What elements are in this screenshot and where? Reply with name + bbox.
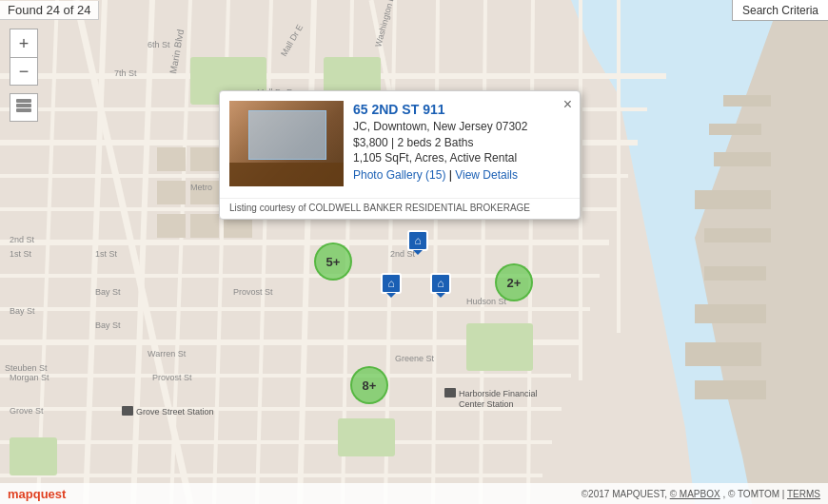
svg-rect-39	[714, 152, 771, 166]
copyright-tomtom: , © TOMTOM |	[722, 489, 787, 499]
svg-rect-84	[16, 99, 31, 103]
popup-content: 65 2ND ST 911 JC, Downtown, New Jersey 0…	[220, 91, 580, 196]
house-icon-2: ⌂	[387, 277, 394, 290]
svg-text:Steuben St: Steuben St	[5, 363, 48, 373]
layers-icon	[15, 99, 32, 116]
svg-text:Bay St: Bay St	[10, 306, 35, 316]
svg-rect-43	[695, 304, 766, 323]
svg-rect-47	[190, 147, 219, 171]
house-marker-3[interactable]: ⌂	[430, 273, 451, 294]
svg-text:6th St: 6th St	[148, 40, 170, 49]
svg-text:Provost St: Provost St	[233, 287, 273, 297]
svg-text:Bay St: Bay St	[95, 287, 121, 297]
house-icon-3: ⌂	[437, 277, 444, 290]
cluster-marker-2[interactable]: 2+	[495, 263, 533, 301]
cluster-marker-3[interactable]: 8+	[350, 366, 388, 404]
svg-rect-37	[695, 190, 771, 209]
popup-price: $3,800 | 2 beds 2 Baths	[353, 136, 570, 149]
terms-link[interactable]: TERMS	[787, 489, 820, 499]
cluster-marker-1[interactable]: 5+	[314, 242, 352, 281]
listing-photo	[229, 101, 344, 186]
svg-rect-32	[338, 418, 395, 456]
svg-rect-45	[695, 380, 766, 399]
svg-rect-79	[122, 406, 133, 416]
cluster-label-2: 2+	[507, 276, 522, 290]
zoom-out-button[interactable]: −	[10, 57, 38, 86]
svg-text:1st St: 1st St	[95, 249, 118, 259]
svg-rect-50	[157, 181, 186, 204]
popup-location: JC, Downtown, New Jersey 07302	[353, 120, 570, 133]
house-marker-2[interactable]: ⌂	[381, 273, 402, 294]
svg-text:1st St: 1st St	[10, 249, 32, 259]
svg-rect-81	[444, 388, 456, 397]
popup-image[interactable]	[229, 101, 344, 186]
svg-text:Hudson St: Hudson St	[466, 297, 507, 306]
svg-rect-46	[157, 147, 186, 171]
svg-text:Greene St: Greene St	[395, 354, 435, 363]
svg-rect-55	[190, 214, 219, 238]
found-count: Found 24 of 24	[0, 1, 99, 20]
popup-links: Photo Gallery (15) | View Details	[353, 168, 570, 182]
svg-text:Grove Street Station: Grove Street Station	[136, 407, 214, 417]
svg-text:Harborside Financial: Harborside Financial	[459, 389, 538, 398]
popup-listing-credit: Listing courtesy of COLDWELL BANKER RESI…	[220, 198, 580, 219]
svg-rect-85	[16, 104, 31, 107]
zoom-in-button[interactable]: +	[10, 29, 38, 57]
svg-rect-54	[157, 214, 186, 238]
house-icon-1: ⌂	[414, 234, 421, 247]
view-details-link[interactable]: View Details	[455, 168, 518, 182]
layers-button[interactable]	[10, 93, 38, 122]
svg-text:7th St: 7th St	[114, 68, 137, 78]
mapquest-logo: mapquest	[8, 487, 66, 501]
house-marker-1[interactable]: ⌂	[407, 230, 428, 251]
listing-popup: × 65 2ND ST 911 JC, Downtown, New Jersey…	[219, 90, 581, 220]
svg-text:Bay St: Bay St	[95, 320, 121, 330]
svg-rect-44	[685, 342, 761, 366]
svg-rect-38	[704, 228, 771, 242]
svg-text:Grove St: Grove St	[10, 406, 44, 416]
bottom-bar: mapquest ©2017 MAPQUEST, © MAPBOX , © TO…	[0, 483, 828, 504]
svg-rect-33	[466, 323, 533, 371]
svg-rect-40	[709, 124, 761, 135]
photo-gallery-link[interactable]: Photo Gallery (15)	[353, 168, 445, 182]
logo-accent: quest	[33, 487, 67, 501]
copyright-year: ©2017 MAPQUEST,	[582, 489, 670, 499]
svg-rect-34	[10, 437, 57, 475]
copyright-text: ©2017 MAPQUEST, © MAPBOX , © TOMTOM | TE…	[582, 489, 820, 499]
cluster-label-3: 8+	[363, 378, 377, 393]
cluster-label-1: 5+	[326, 255, 341, 269]
svg-rect-42	[704, 266, 766, 281]
search-criteria-button[interactable]: Search Criteria	[732, 0, 828, 21]
svg-rect-36	[324, 57, 381, 95]
popup-close-button[interactable]: ×	[563, 96, 572, 113]
svg-text:Center Station: Center Station	[459, 399, 514, 409]
svg-text:Morgan St: Morgan St	[10, 373, 49, 382]
svg-text:2nd St: 2nd St	[10, 235, 35, 244]
popup-address[interactable]: 65 2ND ST 911	[353, 102, 445, 117]
logo-text: map	[8, 487, 33, 501]
svg-text:Provost St: Provost St	[152, 373, 192, 382]
svg-rect-86	[16, 108, 31, 112]
top-bar: Found 24 of 24 Search Criteria	[0, 0, 828, 21]
popup-details: 1,105 SqFt, Acres, Active Rental	[353, 151, 570, 165]
svg-rect-41	[723, 95, 771, 107]
svg-text:Warren St: Warren St	[148, 349, 187, 359]
map-controls: + −	[10, 29, 38, 122]
popup-info: 65 2ND ST 911 JC, Downtown, New Jersey 0…	[353, 101, 570, 186]
mapbox-link[interactable]: © MAPBOX	[670, 489, 720, 499]
svg-text:Metro: Metro	[190, 183, 212, 192]
map-container: Marin Blvd Washington Blvd Bay St Bay St…	[0, 0, 828, 504]
